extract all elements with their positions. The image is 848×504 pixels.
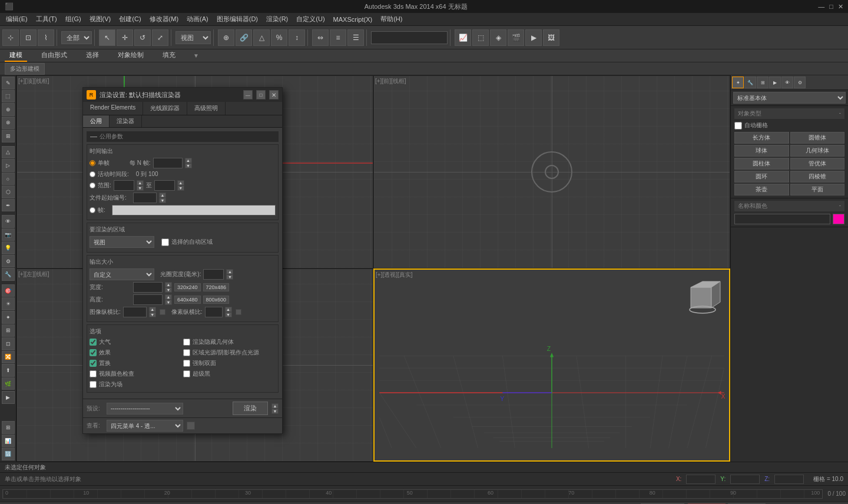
auto-region-checkbox[interactable]	[161, 238, 169, 246]
spinner-snap[interactable]: ↕	[289, 29, 305, 46]
left-btn-15[interactable]: 🔧	[2, 268, 15, 281]
display-icon[interactable]: 👁	[781, 77, 793, 88]
preset-select[interactable]: --------------------	[107, 403, 183, 415]
left-btn-5[interactable]: ⊞	[2, 130, 15, 142]
render-frame[interactable]: 🖼	[543, 29, 559, 46]
range-start-spinner[interactable]: ▲▼	[137, 180, 144, 191]
auto-grid-checkbox[interactable]	[734, 122, 742, 130]
left-btn-1[interactable]: ✎	[2, 77, 15, 89]
menu-view[interactable]: 视图(V)	[86, 14, 115, 25]
color-swatch[interactable]	[833, 214, 844, 224]
displacement-check[interactable]	[90, 360, 97, 367]
left-btn-14[interactable]: ⚙	[2, 255, 15, 268]
menu-customize[interactable]: 自定义(U)	[293, 14, 328, 25]
select-scale[interactable]: ⤢	[152, 29, 168, 46]
preset-640x480[interactable]: 640x480	[174, 296, 201, 304]
menu-modifiers[interactable]: 修改器(M)	[146, 14, 183, 25]
active-time-radio[interactable]	[90, 171, 95, 177]
left-btn-10[interactable]: ✒	[2, 199, 15, 212]
menu-animation[interactable]: 动画(A)	[183, 14, 212, 25]
object-name-input[interactable]	[734, 214, 830, 224]
shape-cone[interactable]: 圆锥体	[790, 132, 845, 144]
left-btn-20[interactable]: ⊡	[2, 337, 15, 350]
ribbon-tab-selection[interactable]: 选择	[81, 49, 104, 62]
left-btn-23[interactable]: 🌿	[2, 377, 15, 390]
menu-render[interactable]: 渲染(R)	[263, 14, 292, 25]
pixel-ratio-input[interactable]: 1.333	[123, 307, 147, 317]
selection-filter[interactable]: 全部	[61, 31, 92, 44]
angle-snap[interactable]: △	[253, 29, 270, 46]
subtab-renderer[interactable]: 渲染器	[110, 115, 142, 127]
render-settings-dialog[interactable]: R 渲染设置: 默认扫描线渲染器 — □ ✕ Render Elements 光…	[82, 87, 283, 434]
ribbon-tab-populate[interactable]: 填充	[158, 49, 180, 62]
create-icon[interactable]: ✦	[732, 77, 744, 88]
left-btn-extra2[interactable]: 🔢	[2, 447, 15, 460]
shape-pyramid[interactable]: 四棱锥	[790, 171, 845, 183]
range-radio[interactable]	[90, 183, 95, 188]
left-btn-7[interactable]: ▷	[2, 159, 15, 172]
section-collapse-btn[interactable]: —	[90, 132, 97, 141]
named-selection[interactable]	[371, 31, 448, 44]
viewport-perspective[interactable]: [+][透视][真实]	[373, 268, 730, 462]
height-input[interactable]: 480	[133, 294, 163, 305]
ribbon-tab-freeform[interactable]: 自由形式	[37, 49, 72, 62]
single-frame-radio[interactable]	[90, 160, 95, 166]
every-n-input[interactable]	[153, 158, 183, 168]
left-btn-12[interactable]: 📷	[2, 228, 15, 241]
range-end-spinner[interactable]: ▲▼	[177, 180, 184, 191]
lasso-tool[interactable]: ⌇	[38, 29, 54, 46]
menu-group[interactable]: 组(G)	[62, 14, 85, 25]
pixel-aspect-spinner[interactable]: ▲▼	[225, 307, 232, 317]
y-coord[interactable]	[730, 475, 760, 484]
menu-maxscript[interactable]: MAXScript(X)	[330, 15, 376, 24]
utilities-icon[interactable]: ⚙	[794, 77, 806, 88]
view-select[interactable]: 四元菜单 4 - 透...	[107, 420, 183, 432]
timeline-track[interactable]: 0102030405060708090100	[2, 489, 823, 499]
render-fields-check[interactable]	[90, 381, 97, 388]
shape-teapot[interactable]: 茶壶	[734, 184, 789, 195]
preset-800x600[interactable]: 800x600	[203, 296, 230, 304]
range-end-input[interactable]: 100	[154, 180, 175, 191]
atmosphere-check[interactable]	[90, 339, 97, 346]
ribbon-extra-btn[interactable]: ▼	[193, 52, 199, 59]
quick-render[interactable]: ▶	[525, 29, 542, 46]
select-region-tool[interactable]: ⊡	[20, 29, 37, 46]
shape-sphere[interactable]: 球体	[734, 145, 789, 157]
minimize-button[interactable]: —	[818, 3, 824, 11]
use-pivot[interactable]: ⊕	[218, 29, 234, 46]
dialog-max-btn[interactable]: □	[256, 90, 266, 100]
dialog-close-btn[interactable]: ✕	[269, 90, 279, 100]
effects-check[interactable]	[90, 349, 97, 356]
close-button[interactable]: ✕	[838, 3, 843, 11]
select-move[interactable]: ✛	[117, 29, 133, 46]
render-hidden-check[interactable]	[183, 339, 190, 346]
shape-geosphere[interactable]: 几何球体	[790, 145, 845, 157]
render-area-select[interactable]: 视图	[90, 236, 154, 248]
left-btn-3[interactable]: ⊕	[2, 103, 15, 116]
file-start-spinner[interactable]: ▲▼	[159, 193, 166, 203]
menu-create[interactable]: 创建(C)	[115, 14, 144, 25]
schematic-view[interactable]: ⬚	[472, 29, 489, 46]
height-spinner[interactable]: ▲▼	[165, 294, 172, 305]
video-color-check[interactable]	[90, 370, 97, 377]
left-btn-4[interactable]: ⊗	[2, 117, 15, 130]
hierarchy-icon[interactable]: ⊞	[757, 77, 768, 88]
render-spinner[interactable]: ▲▼	[271, 403, 279, 414]
snap-toggle[interactable]: 🔗	[236, 29, 252, 46]
left-btn-9[interactable]: ⬡	[2, 185, 15, 198]
play-btn[interactable]: ▶	[2, 391, 15, 404]
left-btn-16[interactable]: 🎯	[2, 284, 15, 297]
menu-help[interactable]: 帮助(H)	[377, 14, 406, 25]
select-rotate[interactable]: ↺	[134, 29, 151, 46]
render-setup[interactable]: 🎬	[508, 29, 524, 46]
frames-radio[interactable]	[90, 207, 95, 213]
super-black-check[interactable]	[183, 370, 190, 377]
menu-edit[interactable]: 编辑(E)	[2, 14, 31, 25]
viewport-front[interactable]: [+][前][线框]	[373, 75, 730, 268]
curve-editor[interactable]: 📈	[455, 29, 471, 46]
preset-720x486[interactable]: 720x486	[203, 283, 230, 291]
z-coord[interactable]	[774, 475, 804, 484]
width-spinner[interactable]: ▲▼	[165, 282, 172, 293]
preset-320x240[interactable]: 320x240	[174, 283, 201, 291]
every-n-spinner[interactable]: ▲ ▼	[185, 158, 192, 168]
